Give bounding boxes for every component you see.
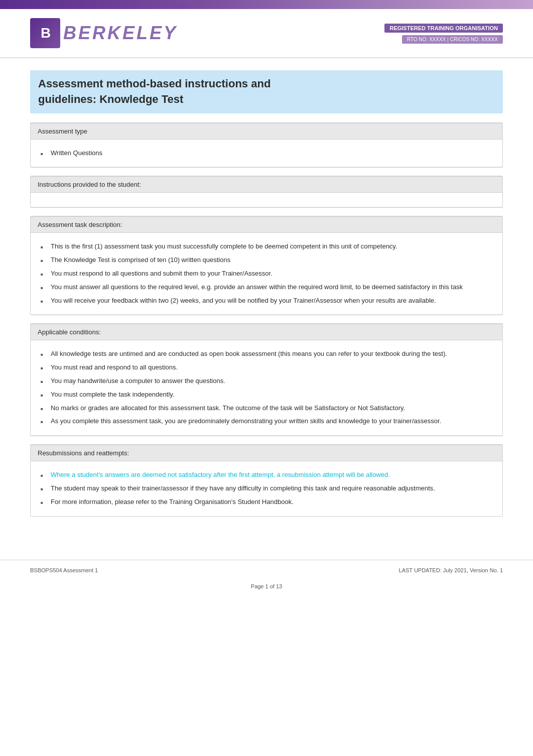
condition-item-6: As you complete this assessment task, yo… <box>51 416 502 427</box>
list-item: ■ Written Questions <box>31 147 502 160</box>
condition-item-5: No marks or grades are allocated for thi… <box>51 403 502 414</box>
bullet-icon: ■ <box>41 406 46 413</box>
assessment-type-content: ■ Written Questions <box>31 140 502 168</box>
list-item: ■ As you complete this assessment task, … <box>31 415 502 428</box>
header-right: REGISTERED TRAINING ORGANISATION RTO NO:… <box>384 23 503 44</box>
task-item-3: You must respond to all questions and su… <box>51 269 502 279</box>
bullet-icon: ■ <box>41 419 46 426</box>
footer: BSBOPS504 Assessment 1 LAST UPDATED: Jul… <box>0 560 533 580</box>
resubmissions-content: ■ Where a student's answers are deemed n… <box>31 461 502 516</box>
resubmission-item-2: The student may speak to their trainer/a… <box>51 483 502 494</box>
list-item: ■ You will receive your feedback within … <box>31 294 502 308</box>
logo-text: BERKELEY <box>63 23 178 44</box>
org-name: REGISTERED TRAINING ORGANISATION <box>384 24 503 33</box>
list-item: ■ Where a student's answers are deemed n… <box>31 468 502 482</box>
bullet-icon: ■ <box>41 393 46 399</box>
applicable-conditions-content: ■ All knowledge tests are untimed and ar… <box>31 340 502 436</box>
main-content: Assessment method-based instructions and… <box>0 70 533 545</box>
header: B BERKELEY REGISTERED TRAINING ORGANISAT… <box>0 9 533 58</box>
assessment-type-list: ■ Written Questions <box>31 147 502 160</box>
task-item-1: This is the first (1) assessment task yo… <box>51 241 502 252</box>
bullet-icon: ■ <box>41 352 46 358</box>
task-item-5: You will receive your feedback within tw… <box>51 296 502 306</box>
title-line1: Assessment method-based instructions and <box>38 77 271 90</box>
title-line2: guidelines: Knowledge Test <box>38 93 183 105</box>
resubmissions-list: ■ Where a student's answers are deemed n… <box>31 468 502 509</box>
bullet-icon: ■ <box>41 473 46 479</box>
bullet-icon: ■ <box>41 379 46 386</box>
footer-center: Page 1 of 13 <box>0 583 533 589</box>
page-title: Assessment method-based instructions and… <box>38 76 495 107</box>
assessment-type-header: Assessment type <box>31 123 502 140</box>
footer-page: Page 1 of 13 <box>251 583 282 589</box>
list-item: ■ You must read and respond to all quest… <box>31 361 502 374</box>
assessment-type-item-1: Written Questions <box>51 148 502 159</box>
footer-right: LAST UPDATED: July 2021, Version No. 1 <box>399 567 503 573</box>
list-item: ■ The Knowledge Test is comprised of ten… <box>31 254 502 267</box>
task-item-2: The Knowledge Test is comprised of ten (… <box>51 255 502 266</box>
bullet-icon: ■ <box>41 258 46 265</box>
bullet-icon: ■ <box>41 365 46 372</box>
bullet-icon: ■ <box>41 151 46 158</box>
condition-item-4: You must complete the task independently… <box>51 390 502 400</box>
logo-box: B <box>30 18 60 48</box>
brand-name: BERKELEY <box>63 23 178 44</box>
task-description-header: Assessment task description: <box>31 216 502 233</box>
footer-left: BSBOPS504 Assessment 1 <box>30 567 98 573</box>
logo-area: B BERKELEY <box>30 18 178 48</box>
bullet-icon: ■ <box>41 486 46 493</box>
resubmission-item-3: For more information, please refer to th… <box>51 497 502 508</box>
assessment-type-section: Assessment type ■ Written Questions <box>30 122 503 168</box>
condition-item-3: You may handwrite/use a computer to answ… <box>51 376 502 387</box>
bullet-icon: ■ <box>41 299 46 305</box>
task-description-content: ■ This is the first (1) assessment task … <box>31 233 502 315</box>
logo-letter: B <box>41 25 50 41</box>
title-block: Assessment method-based instructions and… <box>30 70 503 113</box>
task-description-section: Assessment task description: ■ This is t… <box>30 216 503 315</box>
resubmission-item-1: Where a student's answers are deemed not… <box>51 470 502 480</box>
task-description-list: ■ This is the first (1) assessment task … <box>31 240 502 307</box>
list-item: ■ All knowledge tests are untimed and ar… <box>31 347 502 361</box>
list-item: ■ You must complete the task independent… <box>31 388 502 402</box>
list-item: ■ You must answer all questions to the r… <box>31 281 502 294</box>
instructions-header: Instructions provided to the student: <box>31 176 502 193</box>
list-item: ■ The student may speak to their trainer… <box>31 482 502 495</box>
condition-item-1: All knowledge tests are untimed and are … <box>51 349 502 359</box>
task-item-4: You must answer all questions to the req… <box>51 282 502 293</box>
applicable-conditions-header: Applicable conditions: <box>31 324 502 340</box>
resubmissions-header: Resubmissions and reattempts: <box>31 445 502 461</box>
list-item: ■ You may handwrite/use a computer to an… <box>31 374 502 388</box>
list-item: ■ No marks or grades are allocated for t… <box>31 402 502 415</box>
list-item: ■ For more information, please refer to … <box>31 495 502 509</box>
bullet-icon: ■ <box>41 500 46 507</box>
resubmissions-section: Resubmissions and reattempts: ■ Where a … <box>30 444 503 516</box>
applicable-conditions-section: Applicable conditions: ■ All knowledge t… <box>30 323 503 436</box>
list-item: ■ This is the first (1) assessment task … <box>31 240 502 254</box>
list-item: ■ You must respond to all questions and … <box>31 267 502 281</box>
bullet-icon: ■ <box>41 285 46 292</box>
instructions-section: Instructions provided to the student: <box>30 176 503 208</box>
org-sub: RTO NO: XXXXX | CRICOS NO: XXXXX <box>402 35 503 44</box>
bullet-icon: ■ <box>41 244 46 251</box>
condition-item-2: You must read and respond to all questio… <box>51 362 502 373</box>
applicable-conditions-list: ■ All knowledge tests are untimed and ar… <box>31 347 502 428</box>
instructions-content <box>31 193 502 207</box>
bullet-icon: ■ <box>41 272 46 278</box>
top-bar <box>0 0 533 9</box>
